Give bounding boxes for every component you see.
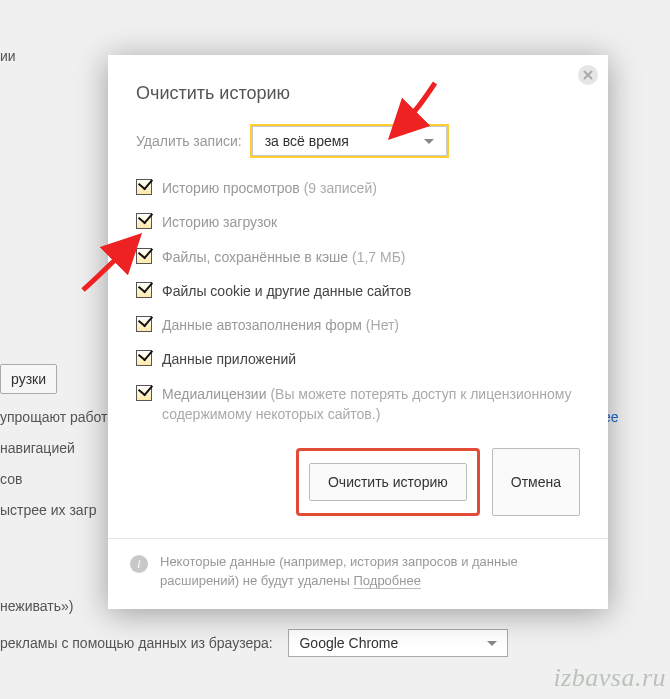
chevron-down-icon — [424, 139, 434, 144]
period-select[interactable]: за всё время — [252, 126, 447, 156]
checkbox[interactable] — [136, 179, 152, 195]
option-media-licenses: Медиалицензии (Вы можете потерять доступ… — [136, 384, 580, 425]
option-browsing-history: Историю просмотров (9 записей) — [136, 178, 580, 198]
option-autofill: Данные автозаполнения форм (Нет) — [136, 315, 580, 335]
option-download-history: Историю загрузок — [136, 212, 580, 232]
period-label: Удалить записи: — [136, 133, 242, 149]
close-icon — [583, 70, 593, 80]
chevron-down-icon — [487, 641, 497, 646]
checkbox[interactable] — [136, 213, 152, 229]
option-cookies: Файлы cookie и другие данные сайтов — [136, 281, 580, 301]
option-app-data: Данные приложений — [136, 349, 580, 369]
clear-history-button[interactable]: Очистить историю — [309, 463, 467, 501]
dialog-actions: Очистить историю Отмена — [136, 448, 580, 516]
close-button[interactable] — [578, 65, 598, 85]
learn-more-link[interactable]: Подробнее — [354, 573, 421, 589]
checkbox[interactable] — [136, 248, 152, 264]
checkbox[interactable] — [136, 350, 152, 366]
clear-history-dialog: Очистить историю Удалить записи: за всё … — [108, 55, 608, 609]
checkbox[interactable] — [136, 282, 152, 298]
checkbox[interactable] — [136, 316, 152, 332]
dialog-title: Очистить историю — [136, 83, 580, 104]
watermark: izbavsa.ru — [553, 663, 666, 693]
bg-downloads-button[interactable]: рузки — [0, 364, 57, 394]
cancel-button[interactable]: Отмена — [492, 448, 580, 516]
period-value: за всё время — [265, 133, 349, 149]
bg-browser-select[interactable]: Google Chrome — [288, 629, 508, 657]
annotation-highlight-box: Очистить историю — [296, 448, 480, 516]
dialog-footer: i Некоторые данные (например, история за… — [108, 538, 608, 609]
footer-text: Некоторые данные (например, история запр… — [160, 554, 518, 588]
bg-browser-row: рекламы с помощью данных из браузера: Go… — [0, 629, 670, 657]
checkbox[interactable] — [136, 385, 152, 401]
info-icon: i — [130, 555, 148, 573]
option-cached-files: Файлы, сохранённые в кэше (1,7 МБ) — [136, 247, 580, 267]
